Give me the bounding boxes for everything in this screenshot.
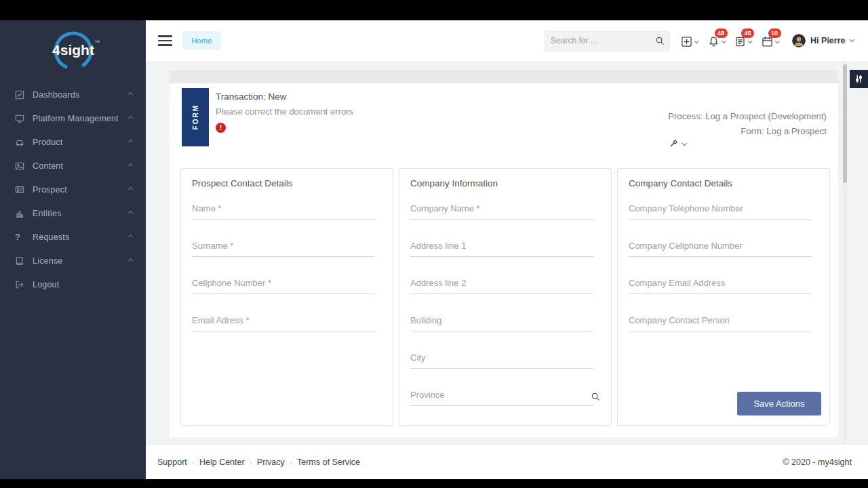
form-tab-label: FORM [192,104,199,129]
menu-toggle-button[interactable] [158,33,172,49]
hamburger-icon [158,35,172,46]
logo-text: 4sight [52,42,94,58]
search-input[interactable] [551,36,654,45]
tasks-badge: 45 [741,28,754,38]
footer-link-help-center[interactable]: Help Center [199,458,245,467]
logo-icon: 4sight ™ [39,25,107,77]
company-telephone-input[interactable] [629,199,812,220]
sidebar-item-license[interactable]: License [0,249,146,272]
footer-link-privacy[interactable]: Privacy [257,458,285,467]
tasks-dropdown[interactable]: 45 [734,34,752,47]
sidebar-item-label: Content [33,161,129,171]
chevron-down-icon [694,39,698,43]
company-name-input[interactable] [410,199,593,220]
form-sections: Prospect Contact Details Company Informa… [180,168,830,426]
entities-icon [15,209,33,218]
sidebar-item-label: Requests [33,232,129,242]
platform-management-icon [15,114,33,123]
chevron-up-icon [128,258,133,263]
footer-link-terms-of-service[interactable]: Terms of Service [297,458,360,467]
company-contact-person-input[interactable] [629,311,812,331]
chevron-up-icon [128,235,133,239]
address-line-2-input[interactable] [410,274,593,294]
footer-link-support[interactable]: Support [157,458,187,467]
scrollbar-track[interactable] [843,61,847,444]
sidebar-item-requests[interactable]: ? Requests [0,225,146,249]
process-block: Process: Log a Prospect (Development) Fo… [668,109,827,139]
main-column: Home 48 [146,20,868,479]
sidebar-item-label: License [33,256,129,266]
sidebar-item-product[interactable]: Product [0,130,146,154]
chevron-up-icon [128,187,133,192]
sidebar-item-prospect[interactable]: Prospect [0,178,146,201]
notifications-dropdown[interactable]: 48 [708,34,726,47]
section-company-information: Company Information [399,168,612,426]
province-input[interactable] [410,386,593,406]
quick-add-dropdown[interactable] [681,34,698,47]
surname-input[interactable] [192,237,375,257]
sidebar-item-label: Logout [33,280,132,289]
sidebar-item-label: Entities [33,209,129,218]
form-tab: FORM [182,88,209,146]
sidebar-item-label: Product [33,138,129,147]
license-icon [15,256,33,266]
global-search [544,30,670,52]
company-cellphone-input[interactable] [629,237,812,257]
transaction-block: Transaction: New Please correct the docu… [216,92,353,133]
search-button[interactable] [654,35,666,47]
sidebar-item-entities[interactable]: Entities [0,201,146,225]
chevron-down-icon [775,39,779,43]
separator [290,458,292,467]
city-input[interactable] [410,348,593,369]
chevron-down-icon [748,39,752,43]
name-input[interactable] [192,199,375,220]
section-title: Prospect Contact Details [192,178,375,188]
save-actions-button[interactable]: Save Actions [737,392,821,415]
error-message: Please correct the document errors [216,106,353,117]
tab-home[interactable]: Home [182,31,221,50]
sidebar-item-label: Platform Management [33,114,129,123]
sidebar-menu: Dashboards Platform Management Product C… [0,81,146,296]
scrollbar-thumb[interactable] [843,64,847,183]
sidebar-item-label: Dashboards [33,90,129,100]
copyright: © 2020 - my4sight [783,458,852,467]
sidebar-item-dashboards[interactable]: Dashboards [0,83,146,106]
prospect-icon [15,185,33,195]
form-card: FORM Transaction: New Please correct the… [170,83,838,437]
chevron-down-icon [682,141,686,145]
dashboards-icon [15,90,33,100]
form-tools-dropdown[interactable] [668,139,686,149]
footer: Support Help Center Privacy Terms of Ser… [146,444,868,479]
sliders-icon [854,74,864,84]
chevron-up-icon [128,140,133,144]
requests-icon: ? [15,232,33,242]
search-icon [591,392,600,401]
company-email-input[interactable] [629,274,812,294]
sidebar: 4sight ™ Dashboards Platform Management [0,20,146,479]
chevron-down-icon [850,37,854,41]
form-settings-button[interactable] [850,70,868,88]
calendar-dropdown[interactable]: 10 [762,34,779,47]
search-icon [655,36,665,45]
process-label: Process: Log a Prospect (Development) [668,109,827,124]
error-icon: ! [216,123,226,133]
cellphone-number-input[interactable] [192,274,375,294]
sidebar-item-content[interactable]: Content [0,154,146,178]
header-actions: 48 45 10 [681,34,788,47]
chevron-up-icon [128,92,133,97]
province-lookup-button[interactable] [591,392,600,401]
screen: 4sight ™ Dashboards Platform Management [0,0,868,488]
building-input[interactable] [410,311,593,331]
user-greeting: Hi Pierre [810,36,845,45]
plus-square-icon [681,36,692,47]
user-menu[interactable]: Hi Pierre [792,34,853,47]
sidebar-item-logout[interactable]: Logout [0,272,146,296]
chevron-up-icon [128,211,133,216]
notifications-badge: 48 [715,28,728,38]
section-title: Company Information [410,178,593,188]
address-line-1-input[interactable] [410,237,593,257]
logo: 4sight ™ [0,20,146,81]
logo-trademark: ™ [94,39,100,45]
sidebar-item-platform-management[interactable]: Platform Management [0,106,146,130]
email-address-input[interactable] [192,311,375,331]
